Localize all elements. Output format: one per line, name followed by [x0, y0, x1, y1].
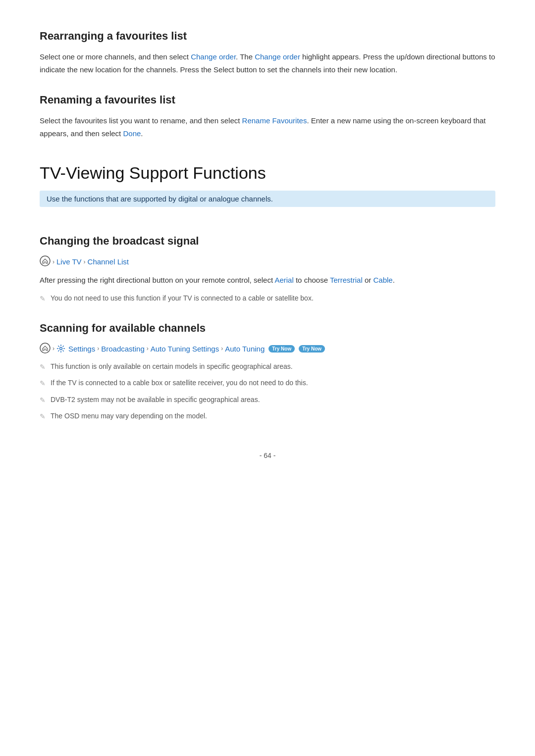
home-icon-2	[40, 343, 51, 355]
broadcast-note-text: You do not need to use this function if …	[51, 293, 314, 303]
note-text-3: DVB-T2 system may not be available in sp…	[51, 394, 260, 405]
note-item-2: ✎ If the TV is connected to a cable box …	[40, 377, 495, 389]
settings-nav[interactable]: Settings	[68, 345, 95, 353]
note-item-3: ✎ DVB-T2 system may not be available in …	[40, 394, 495, 405]
broadcasting-nav[interactable]: Broadcasting	[101, 345, 145, 353]
note-text-4: The OSD menu may vary depending on the m…	[51, 410, 207, 421]
broadcast-note: ✎ You do not need to use this function i…	[40, 293, 495, 304]
auto-tuning-nav[interactable]: Auto Tuning	[225, 345, 265, 353]
rearranging-heading: Rearranging a favourites list	[40, 30, 495, 43]
nav-chevron-2: ›	[84, 258, 86, 265]
change-order-link-1[interactable]: Change order	[191, 52, 236, 61]
done-link[interactable]: Done	[123, 129, 141, 138]
change-order-link-2[interactable]: Change order	[255, 52, 300, 61]
scan-nav-chevron-2: ›	[97, 345, 99, 352]
try-now-badge-1[interactable]: Try Now	[268, 345, 295, 353]
gear-icon	[56, 344, 66, 353]
svg-point-2	[60, 348, 62, 350]
broadcast-signal-heading: Changing the broadcast signal	[40, 235, 495, 248]
svg-point-0	[40, 256, 50, 266]
auto-tuning-settings-nav[interactable]: Auto Tuning Settings	[151, 345, 219, 353]
note-text-1: This function is only available on certa…	[51, 361, 293, 372]
home-icon	[40, 255, 51, 268]
scanning-section: Scanning for available channels › Settin…	[40, 322, 495, 422]
pencil-icon-1: ✎	[40, 293, 46, 304]
renaming-heading: Renaming a favourites list	[40, 94, 495, 106]
cable-link[interactable]: Cable	[373, 276, 392, 284]
scan-nav-chevron-3: ›	[147, 345, 149, 352]
scan-nav-chevron-4: ›	[221, 345, 223, 352]
broadcast-signal-section: Changing the broadcast signal › Live TV …	[40, 235, 495, 304]
aerial-link[interactable]: Aerial	[274, 276, 293, 284]
nav-chevron-1: ›	[53, 258, 54, 265]
channel-list-nav[interactable]: Channel List	[88, 257, 129, 266]
tv-viewing-heading: TV-Viewing Support Functions	[40, 163, 495, 183]
renaming-section: Renaming a favourites list Select the fa…	[40, 94, 495, 140]
broadcast-body: After pressing the right directional but…	[40, 274, 495, 287]
rearranging-section: Rearranging a favourites list Select one…	[40, 30, 495, 76]
rename-favourites-link[interactable]: Rename Favourites	[242, 116, 307, 125]
terrestrial-link[interactable]: Terrestrial	[330, 276, 363, 284]
note-text-2: If the TV is connected to a cable box or…	[51, 377, 308, 388]
pencil-icon-4: ✎	[40, 395, 46, 405]
try-now-badge-2[interactable]: Try Now	[299, 345, 325, 353]
page-number: - 64 -	[40, 452, 495, 459]
pencil-icon-3: ✎	[40, 378, 46, 389]
note-item-1: ✎ This function is only available on cer…	[40, 361, 495, 372]
pencil-icon-5: ✎	[40, 411, 46, 422]
renaming-body: Select the favourites list you want to r…	[40, 114, 495, 140]
scanning-heading: Scanning for available channels	[40, 322, 495, 335]
pencil-icon-2: ✎	[40, 361, 46, 372]
broadcast-nav-path: › Live TV › Channel List	[40, 255, 495, 268]
svg-point-1	[40, 343, 50, 353]
tv-viewing-info-box: Use the functions that are supported by …	[40, 191, 495, 207]
tv-viewing-section: TV-Viewing Support Functions Use the fun…	[40, 163, 495, 422]
scanning-nav-path: › Settings › Broadcasting › Auto Tuning …	[40, 343, 495, 355]
scanning-notes: ✎ This function is only available on cer…	[40, 361, 495, 422]
live-tv-nav[interactable]: Live TV	[56, 257, 82, 266]
rearranging-body: Select one or more channels, and then se…	[40, 50, 495, 76]
note-item-4: ✎ The OSD menu may vary depending on the…	[40, 410, 495, 422]
scan-nav-chevron-1: ›	[53, 345, 54, 352]
